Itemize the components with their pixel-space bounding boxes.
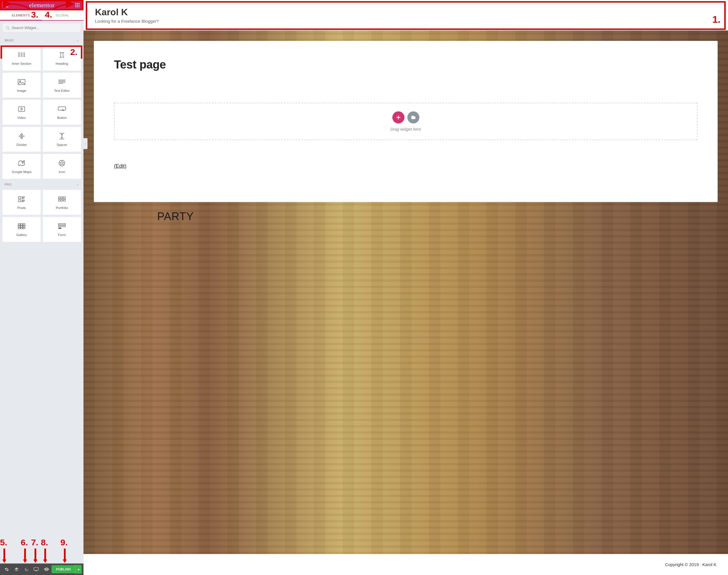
svg-rect-12 [19, 107, 25, 111]
search-widget-input[interactable] [11, 26, 78, 30]
svg-rect-28 [21, 226, 23, 227]
svg-rect-20 [64, 197, 65, 199]
add-template-button[interactable] [407, 111, 420, 124]
sidebar-tabs: ELEMENTS GLOBAL [0, 10, 84, 21]
category-pro-label: PRO [5, 183, 11, 186]
svg-rect-13 [58, 107, 66, 110]
heading-icon [58, 51, 66, 59]
portfolio-icon [59, 195, 65, 203]
image-icon [18, 78, 25, 86]
search-widget-container [0, 21, 84, 35]
widget-portfolio[interactable]: Portfolio [43, 190, 81, 215]
tab-elements[interactable]: ELEMENTS [0, 10, 42, 20]
content-card: Test page Drag widget here (Edit) [94, 41, 718, 202]
chevron-down-icon: ⌄ [76, 38, 79, 42]
drop-hint-text: Drag widget here [390, 127, 421, 132]
history-icon[interactable] [21, 564, 31, 575]
widget-gallery[interactable]: Gallery [2, 217, 41, 242]
widget-divider[interactable]: Divider [2, 127, 41, 152]
maps-icon [18, 159, 25, 167]
tab-global[interactable]: GLOBAL [42, 10, 84, 20]
widget-label: Image [17, 89, 26, 92]
edit-link[interactable]: (Edit) [114, 163, 126, 169]
widget-button[interactable]: Button [43, 100, 81, 125]
publish-options-caret[interactable] [75, 565, 82, 574]
category-pro[interactable]: PRO ⌄ [2, 179, 81, 190]
svg-rect-26 [23, 224, 25, 225]
widget-label: Heading [56, 62, 68, 65]
category-basic[interactable]: BASIC ⌄ [2, 35, 81, 45]
widget-inner-section[interactable]: Inner Section [2, 45, 41, 71]
chevron-down-icon: ⌄ [76, 182, 79, 186]
widget-label: Portfolio [56, 206, 68, 209]
widget-label: Button [57, 116, 66, 120]
widgets-scroll-area[interactable]: BASIC ⌄ Inner SectionHeadingImageText Ed… [0, 35, 84, 564]
panel-collapse-icon[interactable]: ‹ [84, 138, 88, 149]
widget-google-maps[interactable]: Google Maps [2, 154, 41, 179]
site-tagline: Looking for a Freelance Blogger? [95, 19, 717, 24]
publish-button[interactable]: PUBLISH [52, 565, 75, 573]
site-header-area: Karol K Looking for a Freelance Blogger? [84, 0, 728, 31]
svg-rect-29 [23, 226, 25, 227]
settings-icon[interactable] [2, 564, 11, 575]
form-icon [58, 222, 66, 230]
svg-rect-18 [59, 197, 60, 199]
apps-grid-icon[interactable] [75, 3, 80, 8]
widget-label: Video [17, 116, 26, 120]
svg-rect-24 [18, 224, 20, 225]
page-title[interactable]: Test page [114, 58, 697, 71]
elementor-sidebar: elementor ELEMENTS GLOBAL BASIC ⌄ Inner … [0, 0, 84, 575]
svg-rect-27 [18, 226, 20, 227]
sidebar-footer: PUBLISH [0, 564, 84, 575]
svg-rect-22 [61, 199, 63, 201]
widget-posts[interactable]: Posts [2, 190, 41, 215]
responsive-icon[interactable] [31, 564, 41, 575]
svg-rect-16 [19, 197, 21, 199]
preview-icon[interactable] [42, 564, 52, 575]
widget-form[interactable]: Form [43, 217, 81, 242]
category-basic-label: BASIC [5, 39, 14, 42]
svg-rect-32 [23, 227, 25, 229]
svg-rect-5 [78, 5, 79, 6]
video-icon [18, 105, 25, 113]
preview-canvas: ‹ Karol K Looking for a Freelance Blogge… [84, 0, 728, 575]
svg-rect-17 [19, 200, 21, 202]
widget-image[interactable]: Image [2, 72, 41, 98]
widget-spacer[interactable]: Spacer [43, 127, 81, 152]
posts-icon [18, 195, 25, 203]
svg-rect-6 [75, 6, 76, 7]
svg-point-11 [20, 80, 21, 82]
svg-rect-34 [59, 226, 65, 227]
svg-rect-36 [34, 568, 38, 570]
widget-label: Text Editor [54, 89, 70, 92]
navigator-icon[interactable] [11, 564, 21, 575]
svg-rect-2 [78, 3, 79, 4]
widget-label: Spacer [57, 143, 67, 146]
svg-rect-4 [77, 5, 78, 6]
svg-rect-30 [18, 227, 20, 229]
widget-label: Divider [16, 143, 27, 146]
widget-text-editor[interactable]: Text Editor [43, 72, 81, 98]
drop-widget-area[interactable]: Drag widget here [114, 103, 697, 140]
hamburger-menu-icon[interactable] [3, 3, 9, 8]
button-icon [58, 105, 66, 113]
elementor-logo: elementor [29, 1, 55, 9]
columns-icon [18, 51, 25, 59]
widget-label: Form [58, 233, 66, 237]
widget-icon[interactable]: Icon [43, 154, 81, 179]
star-icon [59, 159, 65, 167]
widget-label: Gallery [16, 233, 27, 237]
svg-rect-35 [59, 228, 61, 229]
widget-video[interactable]: Video [2, 100, 41, 125]
widget-heading[interactable]: Heading [43, 45, 81, 71]
svg-rect-25 [21, 224, 23, 225]
site-title[interactable]: Karol K [95, 7, 717, 18]
svg-rect-0 [75, 3, 76, 4]
widget-label: Google Maps [12, 170, 31, 173]
copyright-text: Copyright © 2019 · Karol K [665, 562, 717, 567]
svg-rect-31 [21, 227, 23, 229]
page-background: Test page Drag widget here (Edit) PARTY [84, 31, 728, 554]
svg-rect-3 [75, 5, 76, 6]
widget-label: Icon [59, 170, 65, 173]
add-section-button[interactable] [392, 111, 404, 124]
